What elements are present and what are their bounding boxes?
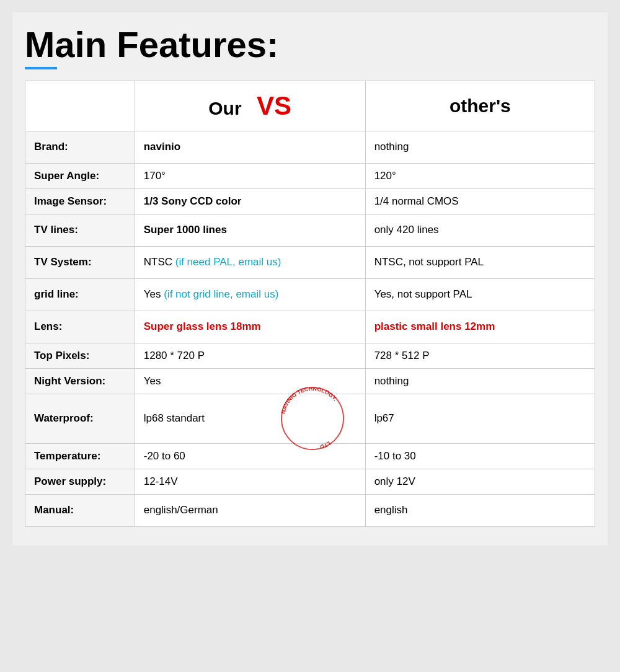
header-others-cell: other's [365,81,595,131]
table-header-row: Our VS other's [25,81,595,131]
row-others-value: only 12V [365,469,595,494]
watermark: NAVINIO TECHNOLOGY. LTD [278,384,347,453]
row-label: Power supply: [25,469,135,494]
row-label: Lens: [25,311,135,343]
row-others-value: lp67 [365,394,595,443]
row-others-value: NTSC, not support PAL [365,246,595,278]
row-our-value: 1/3 Sony CCD color [135,188,365,214]
row-label: Manual: [25,494,135,526]
page-title: Main Features: [25,25,595,64]
row-others-value: only 420 lines [365,214,595,246]
row-label: Top Pixels: [25,343,135,368]
table-row: Super Angle:170°120° [25,163,595,188]
row-label: Super Angle: [25,163,135,188]
row-label: grid line: [25,278,135,311]
row-others-text: 120° [374,170,396,182]
row-our-cyan: (if not grid line, email us) [164,288,278,300]
row-our-text: Super glass lens 18mm [144,321,261,332]
table-row: Power supply:12-14Vonly 12V [25,469,595,494]
row-others-text: plastic small lens 12mm [374,321,495,332]
header-label-cell [25,81,135,131]
row-our-value: 170° [135,163,365,188]
row-others-text: nothing [374,141,409,153]
svg-text:NAVINIO TECHNOLOGY.: NAVINIO TECHNOLOGY. [280,386,338,415]
row-label: TV lines: [25,214,135,246]
row-our-text: 12-14V [144,475,178,487]
table-row: TV lines:Super 1000 linesonly 420 lines [25,214,595,246]
header-our-vs-cell: Our VS [135,81,365,131]
table-row: Brand:navinionothing [25,131,595,163]
row-others-value: nothing [365,131,595,163]
row-others-text: only 420 lines [374,224,439,236]
row-our-value: lp68 standart NAVINIO TECHNOLOGY. LTD [135,394,365,443]
header-others-label: other's [450,95,511,116]
row-our-value: english/German [135,494,365,526]
row-others-value: 120° [365,163,595,188]
table-row: Lens:Super glass lens 18mmplastic small … [25,311,595,343]
row-our-text: Yes (if not grid line, email us) [144,288,279,300]
row-label: Night Version: [25,368,135,394]
row-others-value: plastic small lens 12mm [365,311,595,343]
row-our-cyan: (if need PAL, email us) [175,256,281,268]
row-label: Brand: [25,131,135,163]
row-others-text: english [374,504,408,516]
table-row: Waterproof:lp68 standart NAVINIO TECHNOL… [25,394,595,443]
row-others-text: -10 to 30 [374,450,416,462]
row-our-value: NTSC (if need PAL, email us) [135,246,365,278]
row-others-value: 1/4 normal CMOS [365,188,595,214]
header-vs-label: VS [257,91,291,120]
row-label: Temperature: [25,443,135,469]
table-row: grid line:Yes (if not grid line, email u… [25,278,595,311]
row-our-value: 12-14V [135,469,365,494]
table-row: Image Sensor:1/3 Sony CCD color1/4 norma… [25,188,595,214]
row-label: Image Sensor: [25,188,135,214]
row-others-value: english [365,494,595,526]
row-others-text: NTSC, not support PAL [374,256,484,268]
row-others-text: 728 * 512 P [374,350,430,361]
row-label: Waterproof: [25,394,135,443]
row-our-text: Super 1000 lines [144,224,227,236]
row-others-text: nothing [374,375,409,387]
table-row: TV System:NTSC (if need PAL, email us)NT… [25,246,595,278]
row-our-text: Yes [144,375,161,387]
title-underline [25,67,57,69]
table-row: Top Pixels:1280 * 720 P728 * 512 P [25,343,595,368]
row-others-value: nothing [365,368,595,394]
table-row: Manual:english/Germanenglish [25,494,595,526]
row-our-text: 1280 * 720 P [144,350,205,361]
row-our-value: 1280 * 720 P [135,343,365,368]
row-our-text: -20 to 60 [144,450,185,462]
row-our-value: navinio [135,131,365,163]
row-others-text: lp67 [374,412,394,424]
comparison-table: Our VS other's Brand:navinionothingSuper… [25,81,595,527]
row-our-value: Yes (if not grid line, email us) [135,278,365,311]
row-our-value: Super 1000 lines [135,214,365,246]
row-our-text: lp68 standart [144,412,205,424]
row-others-value: -10 to 30 [365,443,595,469]
header-our-label: Our [208,98,241,118]
row-others-text: 1/4 normal CMOS [374,195,459,207]
row-label: TV System: [25,246,135,278]
row-others-value: Yes, not support PAL [365,278,595,311]
row-our-text: navinio [144,141,181,153]
row-others-text: only 12V [374,475,415,487]
svg-text:LTD: LTD [319,440,332,451]
row-our-text: NTSC (if need PAL, email us) [144,256,281,268]
main-container: Main Features: Our VS other's Brand:navi… [12,12,608,546]
row-others-text: Yes, not support PAL [374,288,472,300]
row-our-text: 170° [144,170,166,182]
table-body: Brand:navinionothingSuper Angle:170°120°… [25,131,595,526]
row-our-text: english/German [144,504,218,516]
row-our-value: Super glass lens 18mm [135,311,365,343]
row-our-text: 1/3 Sony CCD color [144,195,242,207]
row-others-value: 728 * 512 P [365,343,595,368]
